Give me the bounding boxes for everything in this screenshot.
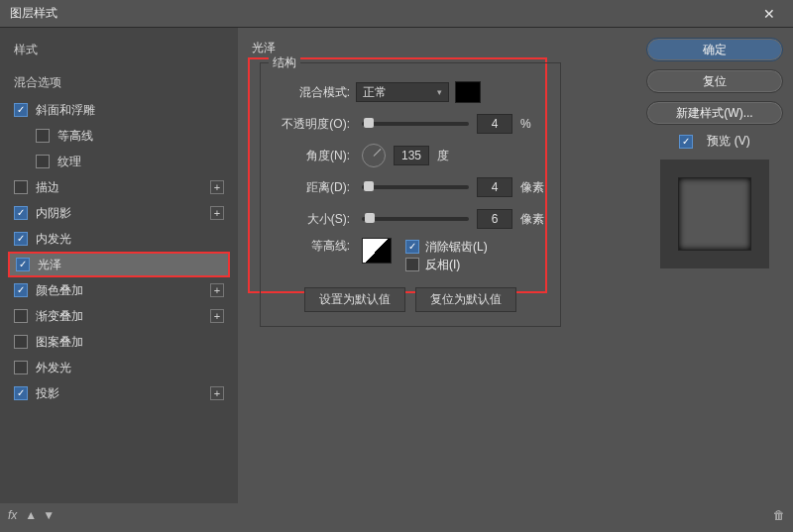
checkbox-icon[interactable]	[14, 206, 28, 220]
checkbox-icon[interactable]	[14, 386, 28, 400]
sidebar-item-color-overlay[interactable]: 颜色叠加 +	[8, 277, 230, 303]
color-swatch[interactable]	[455, 81, 481, 103]
fieldset-label: 结构	[269, 54, 300, 71]
structure-fieldset: 结构 混合模式: 正常 ▾ 不透明度(O): 4 % 角度(N): 135 度	[260, 62, 561, 327]
distance-unit: 像素	[520, 179, 546, 196]
sidebar-item-stroke[interactable]: 描边 +	[8, 174, 230, 200]
checkbox-icon[interactable]	[14, 103, 28, 117]
opacity-row: 不透明度(O): 4 %	[275, 111, 546, 137]
antialias-row[interactable]: 消除锯齿(L)	[405, 238, 488, 256]
sidebar-item-drop-shadow[interactable]: 投影 +	[8, 380, 230, 406]
preview-label: 预览 (V)	[707, 133, 749, 150]
checkbox-icon[interactable]	[36, 155, 50, 168]
plus-icon[interactable]: +	[210, 206, 224, 220]
distance-slider[interactable]	[362, 185, 469, 189]
size-input[interactable]: 6	[477, 209, 512, 229]
plus-icon[interactable]: +	[210, 386, 224, 400]
titlebar: 图层样式 ✕	[0, 0, 793, 28]
sidebar-item-outer-glow[interactable]: 外发光	[8, 355, 230, 380]
angle-unit: 度	[437, 148, 463, 164]
set-default-button[interactable]: 设置为默认值	[304, 287, 405, 312]
preview-swatch	[678, 177, 751, 251]
distance-input[interactable]: 4	[477, 177, 512, 197]
blend-mode-select[interactable]: 正常 ▾	[356, 82, 449, 102]
blend-mode-label: 混合模式:	[275, 84, 356, 101]
angle-dial[interactable]	[362, 144, 386, 167]
cancel-button[interactable]: 复位	[646, 69, 783, 93]
sidebar: 样式 混合选项 斜面和浮雕 等高线 纹理 描边 + 内阴影 + 内发光	[0, 28, 238, 503]
opacity-slider[interactable]	[362, 122, 469, 126]
checkbox-icon[interactable]	[16, 258, 30, 271]
distance-label: 距离(D):	[275, 179, 356, 196]
opacity-input[interactable]: 4	[477, 114, 512, 134]
sidebar-item-label: 投影	[36, 385, 206, 402]
checkbox-icon[interactable]	[36, 129, 50, 143]
checkbox-icon[interactable]	[14, 283, 28, 297]
sidebar-item-label: 颜色叠加	[36, 282, 206, 299]
sidebar-item-contour[interactable]: 等高线	[8, 123, 230, 149]
sidebar-blend-options[interactable]: 混合选项	[8, 68, 230, 97]
sidebar-header[interactable]: 样式	[8, 36, 230, 64]
panel-title: 光泽	[252, 40, 634, 56]
chevron-down-icon: ▾	[437, 87, 442, 97]
angle-input[interactable]: 135	[394, 146, 429, 165]
sidebar-item-texture[interactable]: 纹理	[8, 149, 230, 174]
close-icon[interactable]: ✕	[755, 0, 783, 28]
plus-icon[interactable]: +	[210, 283, 224, 297]
invert-row[interactable]: 反相(I)	[405, 256, 488, 273]
size-row: 大小(S): 6 像素	[275, 206, 546, 232]
distance-row: 距离(D): 4 像素	[275, 174, 546, 200]
checkbox-icon[interactable]	[14, 335, 28, 349]
window-title: 图层样式	[10, 5, 755, 22]
sidebar-item-label: 外发光	[36, 360, 224, 376]
contour-picker[interactable]	[362, 238, 392, 264]
opacity-unit: %	[520, 117, 546, 131]
antialias-label: 消除锯齿(L)	[425, 239, 488, 256]
default-buttons-row: 设置为默认值 复位为默认值	[275, 287, 546, 312]
reset-default-button[interactable]: 复位为默认值	[415, 287, 516, 312]
sidebar-item-label: 纹理	[57, 154, 224, 170]
right-column: 确定 复位 新建样式(W)... 预览 (V)	[646, 28, 793, 503]
checkbox-icon[interactable]	[405, 240, 419, 254]
arrow-up-icon[interactable]: ▲	[25, 508, 37, 522]
contour-row: 等高线: 消除锯齿(L) 反相(I)	[275, 238, 546, 273]
checkbox-icon[interactable]	[14, 309, 28, 323]
fx-icon[interactable]: fx	[8, 508, 17, 522]
new-style-button[interactable]: 新建样式(W)...	[646, 101, 783, 125]
sidebar-item-label: 内阴影	[36, 205, 206, 222]
preview-box	[660, 160, 769, 268]
checkbox-icon[interactable]	[14, 361, 28, 374]
size-label: 大小(S):	[275, 211, 356, 228]
sidebar-item-inner-shadow[interactable]: 内阴影 +	[8, 200, 230, 226]
angle-row: 角度(N): 135 度	[275, 143, 546, 168]
ok-button[interactable]: 确定	[646, 38, 783, 61]
contour-label: 等高线:	[275, 238, 356, 255]
sidebar-item-gradient-overlay[interactable]: 渐变叠加 +	[8, 303, 230, 329]
preview-toggle-row[interactable]: 预览 (V)	[646, 133, 783, 150]
checkbox-icon[interactable]	[14, 232, 28, 246]
sidebar-item-satin[interactable]: 光泽	[8, 252, 230, 277]
arrow-down-icon[interactable]: ▼	[43, 508, 55, 522]
sidebar-item-label: 等高线	[57, 128, 224, 145]
sidebar-item-label: 描边	[36, 179, 206, 196]
sidebar-item-label: 图案叠加	[36, 334, 224, 351]
size-slider[interactable]	[362, 217, 469, 221]
plus-icon[interactable]: +	[210, 180, 224, 194]
angle-label: 角度(N):	[275, 148, 356, 164]
sidebar-item-label: 斜面和浮雕	[36, 102, 224, 119]
plus-icon[interactable]: +	[210, 309, 224, 323]
checkbox-icon[interactable]	[14, 180, 28, 194]
sidebar-item-inner-glow[interactable]: 内发光	[8, 226, 230, 252]
sidebar-item-bevel[interactable]: 斜面和浮雕	[8, 97, 230, 123]
sidebar-item-pattern-overlay[interactable]: 图案叠加	[8, 329, 230, 355]
main-panel: 光泽 结构 混合模式: 正常 ▾ 不透明度(O): 4 % 角度(N):	[238, 28, 646, 503]
checkbox-icon[interactable]	[679, 135, 693, 149]
blend-mode-row: 混合模式: 正常 ▾	[275, 79, 546, 105]
trash-icon[interactable]: 🗑	[773, 508, 785, 522]
size-unit: 像素	[520, 211, 546, 228]
blend-mode-value: 正常	[363, 84, 387, 101]
opacity-label: 不透明度(O):	[275, 116, 356, 133]
checkbox-icon[interactable]	[405, 258, 419, 271]
sidebar-footer: fx ▲ ▼ 🗑	[8, 504, 785, 526]
sidebar-item-label: 内发光	[36, 231, 224, 248]
